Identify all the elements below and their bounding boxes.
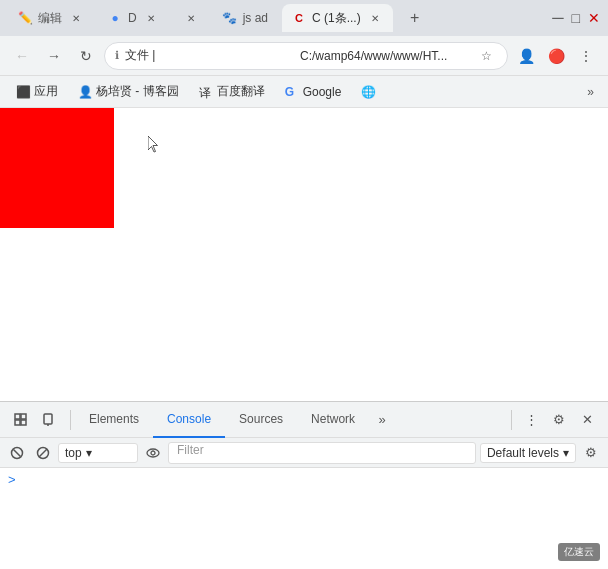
tab-blank[interactable]: ✕ [173,4,209,32]
browser-frame: ✏️ 编辑 ✕ ● D ✕ ✕ 🐾 js ad C C (1条...) ✕ + [0,0,608,569]
tab-csdn[interactable]: C C (1条...) ✕ [282,4,393,32]
tab-sources[interactable]: Sources [225,402,297,438]
address-prefix: 文件 | [125,47,294,64]
google-favicon: G [285,85,299,99]
console-settings-button[interactable]: ⚙ [580,442,602,464]
inspector-icon [14,413,28,427]
info-icon: ℹ [115,49,119,62]
levels-selector[interactable]: Default levels ▾ [480,443,576,463]
bookmark-google-label: Google [303,85,342,99]
close-button[interactable]: ✕ [588,10,600,26]
tab-csdn-label: C (1条...) [312,10,361,27]
tab-d-favicon: ● [108,11,122,25]
bookmark-yangpeixian[interactable]: 👤 杨培贤 - 博客园 [70,80,187,103]
forward-icon: → [47,48,61,64]
bookmarks-more-button[interactable]: » [581,82,600,102]
tab-jsad[interactable]: 🐾 js ad [213,4,278,32]
extension-button[interactable]: 🔴 [542,42,570,70]
tab-csdn-close[interactable]: ✕ [367,10,383,26]
tab-edit-close[interactable]: ✕ [68,10,84,26]
tab-edit-label: 编辑 [38,10,62,27]
address-bar[interactable]: ℹ 文件 | C:/wamp64/www/www/HT... ☆ [104,42,508,70]
context-label: top [65,446,82,460]
ban-button[interactable] [32,442,54,464]
navigation-toolbar: ← → ↻ ℹ 文件 | C:/wamp64/www/www/HT... ☆ 👤… [0,36,608,76]
tab-csdn-favicon: C [292,11,306,25]
add-tab-button[interactable]: + [401,4,429,32]
tab-console-label: Console [167,412,211,426]
yangpeixian-favicon: 👤 [78,85,92,99]
clear-console-button[interactable] [6,442,28,464]
reload-icon: ↻ [80,48,92,64]
ban-icon [36,446,50,460]
tab-elements[interactable]: Elements [75,402,153,438]
globe-icon: 🌐 [361,85,376,99]
devtools-right-icons: ⋮ ⚙ ✕ [503,407,604,433]
devtools-more-tabs-button[interactable]: » [369,407,395,433]
device-toolbar-button[interactable] [36,407,62,433]
bookmark-star-icon[interactable]: ☆ [475,45,497,67]
vertical-dots-icon: ⋮ [525,412,538,427]
prompt-arrow: > [8,472,16,487]
tab-sources-label: Sources [239,412,283,426]
address-url: C:/wamp64/www/www/HT... [300,49,469,63]
console-content[interactable]: > [0,468,608,569]
svg-rect-3 [21,420,26,425]
console-prompt: > [8,472,16,487]
filter-input[interactable]: Filter [168,442,476,464]
tab-blank-close[interactable]: ✕ [183,10,199,26]
tab-d-close[interactable]: ✕ [143,10,159,26]
devtools-close-button[interactable]: ✕ [574,407,600,433]
devtools-tabs: Elements Console Sources Network » [75,402,503,438]
bookmark-yangpeixian-label: 杨培贤 - 博客园 [96,83,179,100]
more-tabs-icon: » [378,412,385,427]
devtools-vertical-dots-button[interactable]: ⋮ [518,407,544,433]
svg-line-9 [39,449,47,457]
tab-network[interactable]: Network [297,402,369,438]
bookmark-google[interactable]: G Google [277,82,350,102]
bookmark-globe[interactable]: 🌐 [353,82,384,102]
back-button[interactable]: ← [8,42,36,70]
right-separator [511,410,512,430]
svg-rect-2 [15,420,20,425]
bookmarks-more-icon: » [587,85,594,99]
minimize-button[interactable]: ─ [552,9,563,27]
extension-icon: 🔴 [548,48,565,64]
devtools-separator [70,410,71,430]
window-controls: ─ □ ✕ [552,9,600,27]
settings-icon: ⚙ [553,412,565,427]
reload-button[interactable]: ↻ [72,42,100,70]
tab-edit-favicon: ✏️ [18,11,32,25]
page-content [0,108,608,401]
bookmark-apps[interactable]: ⬛ 应用 [8,80,66,103]
svg-rect-1 [21,414,26,419]
tab-elements-label: Elements [89,412,139,426]
add-tab-icon: + [410,9,419,27]
svg-rect-0 [15,414,20,419]
forward-button[interactable]: → [40,42,68,70]
tab-console[interactable]: Console [153,402,225,438]
inspector-button[interactable] [8,407,34,433]
tab-d[interactable]: ● D ✕ [98,4,169,32]
devtools-settings-button[interactable]: ⚙ [546,407,572,433]
title-bar: ✏️ 编辑 ✕ ● D ✕ ✕ 🐾 js ad C C (1条...) ✕ + [0,0,608,36]
context-selector[interactable]: top ▾ [58,443,138,463]
clear-console-icon [10,446,24,460]
profile-button[interactable]: 👤 [512,42,540,70]
maximize-button[interactable]: □ [572,10,580,26]
apps-favicon: ⬛ [16,85,30,99]
svg-point-11 [151,451,155,455]
bookmark-translate[interactable]: 译 百度翻译 [191,80,273,103]
tab-network-label: Network [311,412,355,426]
context-arrow: ▾ [86,446,92,460]
tab-edit[interactable]: ✏️ 编辑 ✕ [8,4,94,32]
mouse-cursor [148,136,160,154]
devtools-toolbar: Elements Console Sources Network » ⋮ [0,402,608,438]
translate-favicon: 译 [199,85,213,99]
svg-point-10 [147,449,159,457]
tab-d-label: D [128,11,137,25]
levels-label: Default levels [487,446,559,460]
eye-button[interactable] [142,442,164,464]
more-button[interactable]: ⋮ [572,42,600,70]
address-actions: ☆ [475,45,497,67]
